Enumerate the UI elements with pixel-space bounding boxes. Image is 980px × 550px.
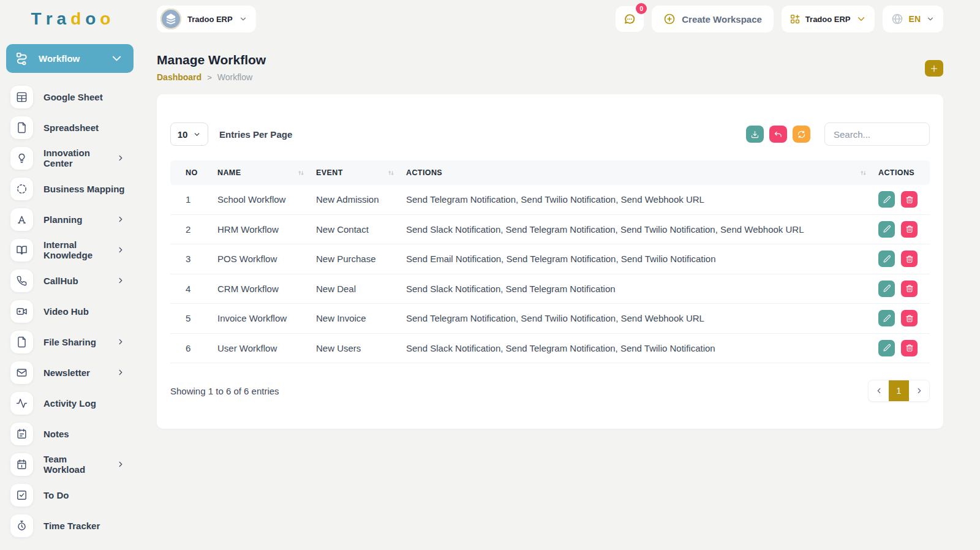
row-actions-text: Send Telegram Notification, Send Twilio … bbox=[406, 194, 871, 205]
sidebar-item-activity-log[interactable]: Activity Log bbox=[0, 388, 140, 418]
edit-button[interactable] bbox=[878, 310, 895, 326]
sidebar-item-spreadsheet[interactable]: Spreadsheet bbox=[0, 112, 140, 143]
building-icon bbox=[163, 11, 179, 27]
pagination-next-button[interactable] bbox=[909, 380, 929, 401]
sidebar-item-label: Activity Log bbox=[43, 398, 125, 409]
language-selector[interactable]: EN bbox=[883, 6, 943, 32]
sidebar-item-google-sheet[interactable]: Google Sheet bbox=[0, 81, 140, 112]
sidebar-item-notes[interactable]: Notes bbox=[0, 418, 140, 449]
row-name: School Workflow bbox=[217, 194, 316, 205]
sidebar-item-internal-knowledge[interactable]: Internal Knowledge bbox=[0, 235, 140, 265]
edit-button[interactable] bbox=[878, 191, 895, 208]
entries-per-page-select[interactable]: 10 bbox=[170, 122, 208, 146]
topbar: Tradoo ERP 0 Create Workspace Tradoo ERP… bbox=[157, 5, 943, 33]
logo[interactable]: Tradoo bbox=[0, 0, 140, 38]
sidebar-item-workflow[interactable]: Workflow bbox=[6, 44, 134, 73]
delete-button[interactable] bbox=[901, 251, 918, 267]
row-action-buttons bbox=[871, 340, 930, 356]
edit-button[interactable] bbox=[878, 251, 895, 267]
sidebar-item-label: Team Workload bbox=[43, 454, 106, 475]
edit-button[interactable] bbox=[878, 221, 895, 238]
delete-button[interactable] bbox=[901, 191, 918, 208]
breadcrumb-separator: > bbox=[207, 73, 212, 82]
entries-per-page-value: 10 bbox=[178, 129, 188, 140]
row-name: HRM Workflow bbox=[217, 224, 316, 235]
pencil-icon bbox=[883, 195, 891, 204]
sidebar-item-video-hub[interactable]: Video Hub bbox=[0, 296, 140, 326]
row-no: 3 bbox=[170, 254, 217, 264]
refresh-button[interactable] bbox=[793, 126, 810, 143]
edit-button[interactable] bbox=[878, 340, 895, 356]
row-name: CRM Workflow bbox=[217, 284, 316, 294]
workflow-table: NO NAME EVENT ACTIONS ACTIONS 1School Wo… bbox=[170, 160, 930, 363]
sort-icon[interactable] bbox=[297, 169, 305, 177]
sidebar-item-label: Spreadsheet bbox=[43, 122, 125, 133]
sidebar-item-time-tracker[interactable]: Time Tracker bbox=[0, 510, 140, 541]
sidebar-item-label: Internal Knowledge bbox=[43, 239, 106, 260]
sidebar-item-label: Business Mapping bbox=[43, 184, 125, 194]
plus-icon bbox=[930, 64, 938, 73]
trash-icon bbox=[905, 344, 914, 352]
plus-circle-icon bbox=[663, 13, 676, 25]
pencil-icon bbox=[883, 314, 891, 323]
sort-icon[interactable] bbox=[859, 169, 867, 177]
chat-button[interactable]: 0 bbox=[616, 6, 644, 32]
sidebar-item-team-workload[interactable]: Team Workload bbox=[0, 449, 140, 480]
row-event: New Contact bbox=[316, 224, 406, 235]
export-button[interactable] bbox=[746, 126, 764, 143]
row-actions-text: Send Email Notification, Send Telegram N… bbox=[406, 254, 871, 264]
phone-icon bbox=[16, 275, 28, 287]
sidebar-item-business-mapping[interactable]: Business Mapping bbox=[0, 173, 140, 204]
workspace-switcher[interactable]: Tradoo ERP bbox=[782, 6, 875, 32]
chevron-right-icon bbox=[116, 154, 125, 162]
breadcrumb-dashboard[interactable]: Dashboard bbox=[157, 72, 202, 82]
breadcrumb: Dashboard > Workflow bbox=[157, 72, 266, 82]
chevron-right-icon bbox=[915, 386, 924, 395]
sidebar-item-file-sharing[interactable]: File Sharing bbox=[0, 326, 140, 357]
chevron-right-icon bbox=[116, 215, 125, 224]
create-workspace-label: Create Workspace bbox=[682, 14, 762, 24]
sidebar-nav: Google SheetSpreadsheetInnovation Center… bbox=[0, 74, 140, 541]
page-title: Manage Workflow bbox=[157, 53, 266, 67]
sidebar-item-newsletter[interactable]: Newsletter bbox=[0, 357, 140, 388]
delete-button[interactable] bbox=[901, 340, 918, 356]
row-actions-text: Send Slack Notification, Send Telegram N… bbox=[406, 224, 871, 235]
sidebar-item-label: Newsletter bbox=[43, 367, 106, 378]
language-label: EN bbox=[909, 14, 921, 24]
add-workflow-button[interactable] bbox=[925, 60, 943, 77]
row-no: 5 bbox=[170, 313, 217, 323]
trash-icon bbox=[905, 195, 914, 204]
calendar-icon bbox=[16, 459, 28, 470]
row-action-buttons bbox=[871, 221, 930, 238]
delete-button[interactable] bbox=[901, 221, 918, 238]
pagination-prev-button[interactable] bbox=[869, 380, 889, 401]
sidebar-item-to-do[interactable]: To Do bbox=[0, 480, 140, 510]
undo-button[interactable] bbox=[769, 126, 787, 143]
trash-icon bbox=[905, 314, 914, 323]
row-name: Invoice Workflow bbox=[217, 313, 316, 323]
delete-button[interactable] bbox=[901, 281, 918, 297]
row-no: 4 bbox=[170, 284, 217, 294]
sidebar-item-innovation-center[interactable]: Innovation Center bbox=[0, 143, 140, 173]
sort-icon[interactable] bbox=[387, 169, 395, 177]
sidebar-item-planning[interactable]: Planning bbox=[0, 204, 140, 235]
row-event: New Deal bbox=[316, 284, 406, 294]
delete-button[interactable] bbox=[901, 310, 918, 326]
trash-icon bbox=[905, 284, 914, 293]
sidebar-item-label: Video Hub bbox=[43, 306, 125, 317]
sidebar-item-label: CallHub bbox=[43, 276, 106, 286]
chat-icon bbox=[623, 12, 636, 26]
create-workspace-button[interactable]: Create Workspace bbox=[652, 6, 774, 32]
search-input[interactable] bbox=[824, 122, 930, 146]
sidebar-item-label: File Sharing bbox=[43, 337, 106, 347]
grid-icon bbox=[16, 91, 28, 103]
sidebar-item-label: Time Tracker bbox=[43, 521, 125, 531]
sidebar-item-label: Planning bbox=[43, 214, 106, 225]
sidebar-item-label: Innovation Center bbox=[43, 148, 106, 168]
sidebar-item-callhub[interactable]: CallHub bbox=[0, 265, 140, 296]
chevron-right-icon bbox=[116, 368, 125, 377]
edit-button[interactable] bbox=[878, 281, 895, 297]
pagination-page-1[interactable]: 1 bbox=[889, 380, 909, 401]
workspace-selector[interactable]: Tradoo ERP bbox=[157, 6, 256, 32]
book-icon bbox=[16, 244, 28, 256]
